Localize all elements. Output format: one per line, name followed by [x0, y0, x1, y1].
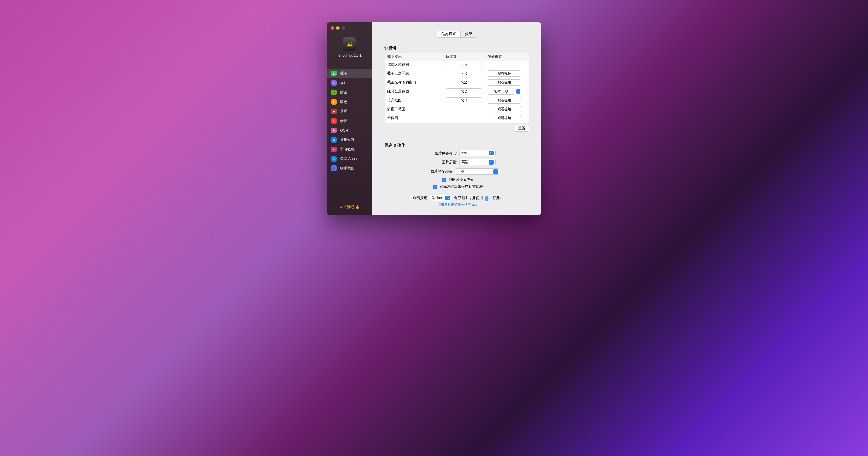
sidebar-item-3[interactable]: ◐取色: [327, 97, 372, 107]
sidebar-item-label: 录音: [340, 118, 347, 123]
sidebar-item-6[interactable]: AOCR: [327, 125, 372, 135]
reset-button[interactable]: 重置: [515, 125, 529, 132]
sidebar-item-7[interactable]: ⚙通用设置: [327, 135, 372, 145]
table-row: 多窗口截图观看视频: [385, 105, 529, 114]
chevron-updown-icon: ⌃⌄: [489, 151, 494, 155]
close-button[interactable]: [331, 26, 334, 30]
table-row: 截图上次区域⌥X观看视频: [385, 69, 529, 78]
watch-video-button[interactable]: 观看视频: [488, 115, 521, 121]
chevron-updown-icon: ⌄: [516, 89, 520, 94]
path-select[interactable]: 下载 ⌃⌄: [455, 168, 500, 175]
svg-marker-0: [347, 43, 353, 46]
sidebar-icon: ⚙: [331, 137, 337, 143]
dblkey-select[interactable]: Option ⌃⌄: [430, 195, 452, 201]
table-row: 选择区域截图⌥A: [385, 61, 529, 69]
chevron-updown-icon: ⌃⌄: [489, 160, 494, 165]
shortcuts-title: 快捷键: [385, 46, 529, 51]
quality-select[interactable]: 高清 ⌃⌄: [459, 159, 496, 166]
divider: [385, 138, 529, 138]
sidebar-icon: ▶: [331, 109, 337, 114]
delay-select[interactable]: 延时 3 秒: [488, 88, 514, 94]
sidebar-icon: A: [331, 127, 337, 133]
sidebar-item-9[interactable]: A免费 Apps: [327, 154, 372, 164]
format-select[interactable]: png ⌃⌄: [459, 150, 496, 156]
dblkey-suf: 打开.: [493, 196, 501, 200]
svg-point-1: [351, 41, 352, 43]
hotkey-field[interactable]: ⌥Z: [446, 80, 482, 85]
chevron-updown-icon: ⌃⌄: [445, 196, 450, 200]
mode-cell: 延时全屏截图: [387, 89, 446, 94]
sound-checkbox[interactable]: ✓: [442, 178, 446, 182]
hotkey-field[interactable]: ⌥A: [446, 62, 482, 68]
quality-label: 图片质量:: [418, 160, 457, 165]
app-title: iShot Pro: 2.0.1: [327, 54, 372, 57]
like-prompt[interactable]: 点个赞吧 👍: [327, 199, 372, 209]
maximize-button[interactable]: [342, 26, 345, 30]
mode-cell: 截图上次区域: [387, 71, 446, 76]
sidebar-icon: ▸: [331, 146, 337, 152]
sidebar-item-label: 录屏: [340, 109, 347, 114]
hotkey-field[interactable]: ⌥X: [446, 70, 482, 77]
watch-video-button[interactable]: 观看视频: [488, 97, 521, 104]
save-title: 保存 & 动作: [385, 143, 529, 148]
shortcuts-table: 截图模式 快捷键 偏好设置 选择区域截图⌥A截图上次区域⌥X观看视频截图光标下的…: [385, 53, 529, 123]
watch-video-button[interactable]: 观看视频: [488, 79, 521, 86]
dblclick-copy-checkbox[interactable]: ✓: [433, 185, 437, 189]
sidebar-item-10[interactable]: 👥联系我们: [327, 164, 372, 173]
tab-effects[interactable]: 效果: [461, 31, 477, 37]
tab-bar: 偏好设置 效果: [372, 22, 541, 43]
watch-video-button[interactable]: 观看视频: [488, 106, 521, 112]
path-label: 图片保存路径:: [414, 169, 453, 174]
dblkey-mid: 保存截图，并使用: [454, 196, 483, 200]
hotkey-field[interactable]: ⌥D: [446, 88, 482, 94]
sidebar-icon: A: [331, 156, 337, 162]
table-row: 延时全屏截图⌥D延时 3 秒⌄: [385, 87, 529, 96]
sidebar-item-label: 学习教程: [340, 147, 354, 152]
tab-preferences[interactable]: 偏好设置: [437, 31, 461, 37]
sidebar-item-label: 联系我们: [340, 166, 354, 171]
chevron-updown-icon: ⌃⌄: [493, 169, 498, 174]
sidebar-icon: ▲: [331, 70, 337, 76]
hotkey-field[interactable]: ⌥R: [446, 97, 482, 103]
sidebar-item-2[interactable]: 📌贴图: [327, 88, 372, 97]
table-header: 截图模式 快捷键 偏好设置: [385, 53, 529, 61]
preferences-window: iShot Pro: 2.0.1 ▲截图↖标注📌贴图◐取色▶录屏●录音AOCR⚙…: [327, 22, 541, 215]
sidebar-icon: ↖: [331, 80, 337, 86]
sound-label: 截图时播放声效: [448, 177, 474, 182]
minimize-button[interactable]: [336, 26, 340, 30]
sidebar-item-5[interactable]: ●录音: [327, 116, 372, 125]
dblclick-copy-label: 鼠标左键双击保存到剪切板: [440, 184, 483, 189]
sidebar-item-label: 通用设置: [340, 137, 354, 142]
mode-cell: 带壳截图: [387, 98, 446, 103]
main-panel: 偏好设置 效果 快捷键 截图模式 快捷键 偏好设置 选择区域截图⌥A截图上次区域…: [372, 22, 541, 215]
sidebar-item-label: 取色: [340, 99, 347, 104]
mode-cell: 长截图: [387, 116, 446, 120]
col-key: 快捷键: [446, 54, 488, 59]
mode-cell: 截图光标下的窗口: [387, 80, 446, 85]
sidebar-item-label: 贴图: [340, 90, 347, 95]
sidebar-item-label: 免费 Apps: [340, 156, 356, 161]
dblkey-pre: 双击按键: [413, 196, 427, 200]
sidebar-item-8[interactable]: ▸学习教程: [327, 145, 372, 154]
sidebar-icon: 👥: [331, 166, 337, 171]
format-label: 图片保存格式:: [418, 151, 457, 156]
sidebar-item-1[interactable]: ↖标注: [327, 78, 372, 88]
app-icon: [343, 37, 356, 51]
sidebar-nav: ▲截图↖标注📌贴图◐取色▶录屏●录音AOCR⚙通用设置▸学习教程A免费 Apps…: [327, 69, 372, 173]
sidebar-item-label: 截图: [340, 71, 347, 76]
table-row: 截图光标下的窗口⌥Z观看视频: [385, 78, 529, 87]
sidebar-item-0[interactable]: ▲截图: [327, 69, 372, 78]
sidebar-item-4[interactable]: ▶录屏: [327, 107, 372, 116]
sidebar-icon: ◐: [331, 99, 337, 105]
sidebar-item-label: OCR: [340, 129, 348, 133]
window-controls: [327, 22, 372, 32]
open-with-app-icon[interactable]: [485, 197, 490, 201]
open-with-hint: *点击图标来选择合适的 app: [385, 203, 529, 207]
watch-video-button[interactable]: 观看视频: [488, 70, 521, 77]
table-row: 带壳截图⌥R观看视频: [385, 96, 529, 105]
sidebar: iShot Pro: 2.0.1 ▲截图↖标注📌贴图◐取色▶录屏●录音AOCR⚙…: [327, 22, 372, 215]
app-header: iShot Pro: 2.0.1: [327, 32, 372, 64]
sidebar-icon: 📌: [331, 90, 337, 95]
col-mode: 截图模式: [387, 54, 446, 59]
mode-cell: 多窗口截图: [387, 107, 446, 112]
